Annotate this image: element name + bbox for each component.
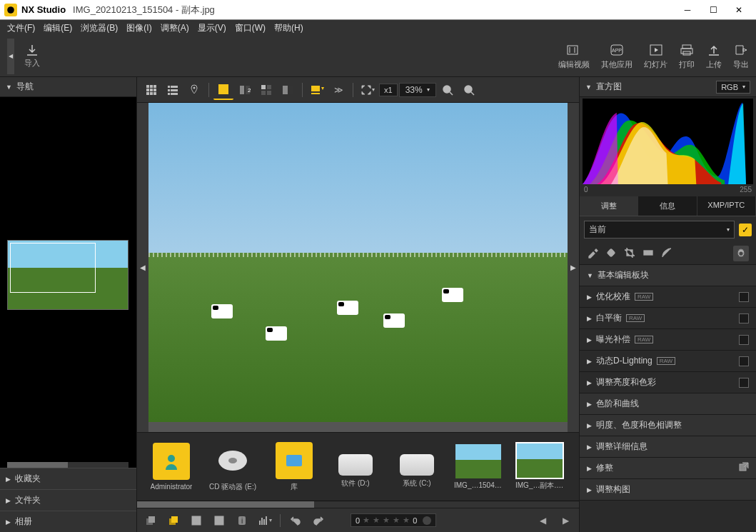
filmstrip-scrollbar[interactable] bbox=[137, 501, 579, 508]
retouch-section[interactable]: ▶修整 bbox=[580, 458, 756, 478]
import-button[interactable]: 导入 bbox=[19, 42, 46, 70]
info-icon[interactable]: i bbox=[233, 511, 251, 530]
nav-panel-header[interactable]: ▼导航 bbox=[0, 77, 136, 97]
eyedropper-icon[interactable] bbox=[587, 247, 598, 261]
straighten-icon[interactable] bbox=[642, 247, 654, 261]
curve-icon[interactable] bbox=[661, 247, 672, 261]
svg-rect-1 bbox=[568, 46, 578, 54]
menu-file[interactable]: 文件(F) bbox=[3, 21, 39, 36]
checkbox[interactable] bbox=[739, 356, 749, 366]
filmstrip-item-cd[interactable]: CD 驱动器 (E:) bbox=[208, 442, 257, 492]
window-close-button[interactable]: ✕ bbox=[726, 0, 752, 20]
d-lighting-section[interactable]: ▶动态D-LightingRAW bbox=[580, 351, 756, 371]
folders-section[interactable]: ▶文件夹 bbox=[0, 489, 136, 511]
prev-page-icon[interactable]: ◀ bbox=[533, 511, 552, 530]
zoom-percent-select[interactable]: 33%▾ bbox=[399, 83, 436, 97]
compare-4-icon[interactable] bbox=[256, 80, 276, 100]
menu-image[interactable]: 图像(I) bbox=[122, 21, 156, 36]
channel-select[interactable]: RGB▾ bbox=[716, 81, 750, 94]
zoom-out-icon[interactable] bbox=[438, 80, 458, 100]
print-button[interactable]: 打印 bbox=[679, 42, 695, 70]
picture-control-section[interactable]: ▶优化校准RAW bbox=[580, 286, 756, 307]
lch-section[interactable]: ▶明度、色度和色相调整 bbox=[580, 415, 756, 436]
compare-2-icon[interactable]: 2 bbox=[235, 80, 255, 100]
preset-select[interactable]: 当前▾ bbox=[584, 221, 735, 239]
navigator-thumbnail[interactable] bbox=[7, 240, 128, 310]
menu-edit[interactable]: 编辑(E) bbox=[39, 21, 76, 36]
filmstrip-item-library[interactable]: 库 bbox=[270, 442, 318, 492]
filmstrip-item-drive-c[interactable]: 系统 (C:) bbox=[393, 446, 441, 488]
composition-section[interactable]: ▶调整构图 bbox=[580, 479, 756, 500]
single-view-icon[interactable] bbox=[213, 80, 233, 100]
tab-xmp-iptc[interactable]: XMP/IPTC bbox=[697, 196, 756, 216]
external-edit-icon[interactable] bbox=[739, 462, 749, 474]
filmstrip-bottom-icon[interactable]: ▾ bbox=[307, 80, 327, 100]
image-viewer[interactable] bbox=[148, 103, 568, 432]
menu-window[interactable]: 窗口(W) bbox=[231, 21, 270, 36]
grid-overlay-icon[interactable] bbox=[210, 511, 228, 530]
undo-icon[interactable] bbox=[286, 511, 305, 530]
svg-rect-32 bbox=[283, 86, 288, 94]
filmstrip-item-administrator[interactable]: Administrator bbox=[147, 443, 196, 491]
svg-rect-15 bbox=[150, 92, 153, 95]
checkbox[interactable] bbox=[739, 378, 749, 388]
next-page-icon[interactable]: ▶ bbox=[556, 511, 575, 530]
favorites-section[interactable]: ▶收藏夹 bbox=[0, 468, 136, 489]
collapse-left-tab[interactable]: ◀ bbox=[7, 39, 14, 74]
zoom-in-icon[interactable] bbox=[459, 80, 479, 100]
edit-video-button[interactable]: 编辑视频 bbox=[558, 42, 590, 70]
zoom-x1-button[interactable]: x1 bbox=[379, 84, 398, 96]
navigator-viewport-box[interactable] bbox=[10, 243, 96, 293]
basic-edit-group[interactable]: ▼基本编辑板块 bbox=[580, 265, 756, 286]
slideshow-button[interactable]: 幻灯片 bbox=[644, 42, 667, 70]
grid-view-icon[interactable] bbox=[141, 80, 161, 100]
redo-icon[interactable] bbox=[309, 511, 328, 530]
stack-yellow-icon[interactable] bbox=[164, 511, 183, 530]
white-balance-section[interactable]: ▶白平衡RAW bbox=[580, 308, 756, 328]
navigator-scrollbar[interactable] bbox=[7, 462, 128, 468]
tab-adjust[interactable]: 调整 bbox=[580, 196, 638, 216]
more-views-icon[interactable]: ≫ bbox=[328, 80, 348, 100]
stack-dark-icon[interactable] bbox=[141, 511, 160, 530]
brightness-color-section[interactable]: ▶调整亮度和色彩 bbox=[580, 372, 756, 393]
before-after-icon[interactable] bbox=[278, 80, 298, 100]
menu-adjust[interactable]: 调整(A) bbox=[156, 21, 193, 36]
checkbox[interactable] bbox=[739, 292, 749, 302]
tab-info[interactable]: 信息 bbox=[638, 196, 697, 216]
crop-icon[interactable] bbox=[624, 247, 635, 261]
navigator-area[interactable] bbox=[0, 97, 136, 468]
checkbox[interactable] bbox=[739, 313, 749, 323]
next-image-button[interactable]: ▶ bbox=[568, 103, 579, 432]
menu-view[interactable]: 显示(V) bbox=[193, 21, 231, 36]
focus-point-icon[interactable] bbox=[187, 511, 206, 530]
rating-widget[interactable]: 0 ★★★★★ 0 bbox=[351, 513, 436, 527]
albums-section[interactable]: ▶相册 bbox=[0, 511, 136, 532]
histogram-toggle-icon[interactable]: ▾ bbox=[256, 511, 274, 530]
levels-curves-section[interactable]: ▶色阶和曲线 bbox=[580, 393, 756, 414]
filmstrip-item-drive-d[interactable]: 软件 (D:) bbox=[331, 446, 380, 488]
heal-icon[interactable] bbox=[605, 247, 617, 261]
gear-icon[interactable] bbox=[733, 246, 749, 261]
viewer-horizontal-scrollbar[interactable] bbox=[148, 422, 568, 432]
upload-button[interactable]: 上传 bbox=[706, 42, 722, 70]
window-maximize-button[interactable]: ☐ bbox=[700, 0, 726, 20]
other-apps-button[interactable]: APP其他应用 bbox=[601, 42, 632, 70]
exposure-comp-section[interactable]: ▶曝光补偿RAW bbox=[580, 329, 756, 350]
prev-image-button[interactable]: ◀ bbox=[137, 103, 148, 432]
map-view-icon[interactable] bbox=[184, 80, 204, 100]
checkbox[interactable] bbox=[739, 335, 749, 345]
menu-browser[interactable]: 浏览器(B) bbox=[76, 21, 122, 36]
list-view-icon[interactable] bbox=[163, 80, 183, 100]
fit-screen-icon[interactable]: ▾ bbox=[358, 80, 378, 100]
filmstrip-item-img2[interactable]: IMG_…副本.jpg bbox=[515, 443, 564, 491]
color-label-dot[interactable] bbox=[423, 516, 431, 525]
svg-rect-50 bbox=[259, 521, 261, 525]
detail-section[interactable]: ▶调整详细信息 bbox=[580, 436, 756, 457]
export-button[interactable]: 导出 bbox=[733, 42, 749, 70]
svg-point-0 bbox=[7, 6, 14, 14]
histogram-header[interactable]: ▼直方图 RGB▾ bbox=[580, 77, 756, 97]
preset-apply-check[interactable]: ✓ bbox=[739, 224, 752, 236]
menu-help[interactable]: 帮助(H) bbox=[270, 21, 308, 36]
filmstrip-item-img1[interactable]: IMG_…1504.jpg bbox=[454, 444, 503, 489]
window-minimize-button[interactable]: ─ bbox=[675, 0, 700, 20]
